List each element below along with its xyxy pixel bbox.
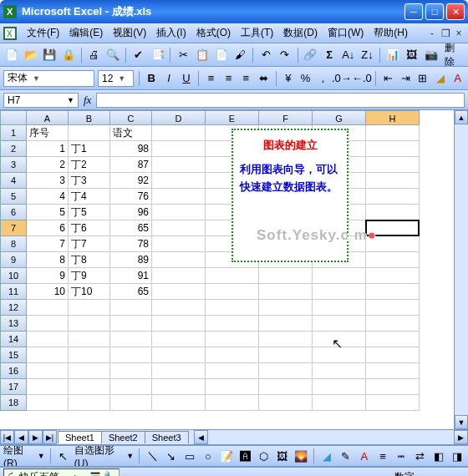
cell[interactable]	[206, 347, 259, 363]
cell[interactable]	[27, 316, 69, 332]
drawing-icon[interactable]: 🖼	[404, 47, 420, 63]
cell[interactable]	[259, 379, 313, 395]
sort-desc-icon[interactable]: Z↓	[359, 47, 376, 63]
vertical-scrollbar[interactable]: ▲ ▼	[454, 110, 468, 429]
row-header[interactable]: 4	[0, 173, 27, 189]
cell[interactable]	[152, 379, 206, 395]
arrow-style-icon[interactable]: ⇄	[412, 448, 427, 464]
cell[interactable]	[152, 363, 206, 379]
font-name-combo[interactable]: 宋体▼	[3, 70, 94, 87]
cell[interactable]	[259, 363, 313, 379]
cell[interactable]	[313, 316, 366, 332]
cell[interactable]	[27, 395, 69, 411]
picture-icon[interactable]: 🌄	[293, 448, 308, 464]
cell[interactable]	[110, 379, 152, 395]
draw-menu[interactable]: 绘图(R)	[3, 445, 34, 467]
cell[interactable]: 65	[110, 284, 152, 300]
bold-icon[interactable]: B	[145, 70, 159, 87]
cell[interactable]: 4	[27, 189, 69, 205]
preview-icon[interactable]: 🔍	[104, 47, 121, 63]
cell[interactable]: 丁6	[69, 220, 110, 236]
row-header[interactable]: 18	[0, 395, 27, 411]
row-header[interactable]: 3	[0, 157, 27, 173]
paste-icon[interactable]: 📄	[213, 47, 230, 63]
delete-label[interactable]: 删除	[445, 43, 465, 67]
cell[interactable]	[259, 300, 313, 316]
cell[interactable]: 丁5	[69, 205, 110, 220]
borders-icon[interactable]: ⊞	[415, 70, 430, 87]
cell[interactable]	[206, 300, 259, 316]
cell[interactable]: 2	[27, 157, 69, 173]
cell[interactable]	[366, 268, 420, 284]
cell[interactable]	[110, 363, 152, 379]
cell[interactable]: 8	[27, 252, 69, 268]
tab-prev-icon[interactable]: ◀	[14, 430, 28, 444]
cut-icon[interactable]: ✂	[175, 47, 191, 63]
row-header[interactable]: 5	[0, 189, 27, 205]
cell[interactable]: 76	[110, 189, 152, 205]
redo-icon[interactable]: ↷	[277, 47, 293, 63]
cell[interactable]	[152, 347, 206, 363]
cell[interactable]: 65	[110, 220, 152, 236]
cell[interactable]	[366, 300, 420, 316]
print-icon[interactable]: 🖨	[86, 47, 103, 63]
cell[interactable]	[366, 379, 420, 395]
cell[interactable]: 78	[110, 236, 152, 252]
cell[interactable]	[206, 268, 259, 284]
cell[interactable]: 丁3	[69, 173, 110, 189]
cell[interactable]: 丁7	[69, 236, 110, 252]
sort-asc-icon[interactable]: A↓	[340, 47, 357, 63]
research-icon[interactable]: 📑	[150, 47, 166, 63]
cell[interactable]: 丁1	[69, 141, 110, 157]
row-header[interactable]: 9	[0, 252, 27, 268]
hyperlink-icon[interactable]: 🔗	[303, 47, 319, 63]
row-header[interactable]: 14	[0, 332, 27, 347]
align-center-icon[interactable]: ≡	[221, 70, 236, 87]
cell[interactable]	[206, 332, 259, 347]
ime-indicator[interactable]: 🖮 快乐五笔 ⟶ ◡ ☰ 🔧	[3, 468, 120, 476]
fx-icon[interactable]: fx	[84, 94, 91, 107]
scroll-v-track[interactable]	[455, 124, 468, 415]
autoshapes-menu[interactable]: 自选图形(U)	[74, 445, 123, 467]
menu-item[interactable]: 视图(V)	[108, 25, 151, 40]
cell[interactable]	[366, 284, 420, 300]
cell[interactable]: 5	[27, 205, 69, 220]
cell[interactable]	[27, 332, 69, 347]
cell[interactable]	[69, 125, 110, 141]
cell[interactable]	[259, 395, 313, 411]
cell[interactable]	[366, 173, 420, 189]
row-header[interactable]: 6	[0, 205, 27, 220]
select-objects-icon[interactable]: ↖	[56, 448, 71, 464]
cell[interactable]	[206, 316, 259, 332]
textbox-icon[interactable]: 📝	[219, 448, 234, 464]
cell[interactable]: 丁9	[69, 268, 110, 284]
percent-icon[interactable]: %	[298, 70, 313, 87]
wordart-icon[interactable]: 🅰	[237, 448, 252, 464]
cell[interactable]	[366, 205, 420, 220]
underline-icon[interactable]: U	[180, 70, 194, 87]
italic-icon[interactable]: I	[162, 70, 176, 87]
menu-item[interactable]: 帮助(H)	[369, 25, 413, 40]
cell[interactable]: 91	[110, 268, 152, 284]
cell[interactable]	[206, 395, 259, 411]
cell[interactable]	[313, 300, 366, 316]
indent-icon[interactable]: ⇤	[381, 70, 395, 87]
line-style-icon[interactable]: ≡	[375, 448, 390, 464]
tab-last-icon[interactable]: ▶|	[43, 430, 57, 444]
clipart-icon[interactable]: 🖼	[275, 448, 290, 464]
column-header[interactable]: A	[27, 110, 69, 125]
row-header[interactable]: 13	[0, 316, 27, 332]
cell[interactable]	[313, 379, 366, 395]
comma-icon[interactable]: ,	[316, 70, 330, 87]
menu-item[interactable]: 格式(O)	[191, 25, 236, 40]
doc-minimize-button[interactable]: -	[426, 28, 438, 39]
shadow-icon[interactable]: ◧	[431, 448, 446, 464]
cell[interactable]	[152, 395, 206, 411]
open-icon[interactable]: 📂	[23, 47, 39, 63]
cell[interactable]	[152, 125, 206, 141]
row-header[interactable]: 17	[0, 379, 27, 395]
cell[interactable]: 7	[27, 236, 69, 252]
cell[interactable]	[152, 205, 206, 220]
tab-first-icon[interactable]: |◀	[0, 430, 14, 444]
cell[interactable]	[69, 332, 110, 347]
